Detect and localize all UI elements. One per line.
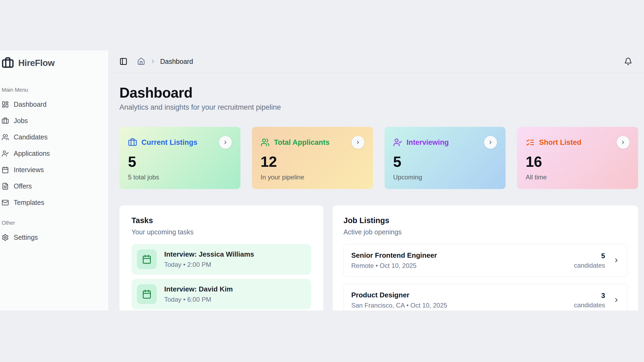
task-title: Interview: David Kim (164, 285, 233, 293)
job-candidate-count: 5 (574, 252, 605, 260)
page-title: Dashboard (119, 84, 638, 101)
calendar-icon (137, 284, 157, 304)
home-icon (137, 57, 145, 65)
brand-name: HireFlow (18, 58, 54, 68)
stat-card-header: Current Listings (128, 136, 232, 149)
panels-row: Tasks Your upcoming tasks Interview: Jes… (119, 205, 638, 311)
chevron-right-icon (620, 140, 626, 145)
stat-chevron-button[interactable] (484, 136, 497, 149)
sidebar-item-label: Dashboard (14, 101, 46, 108)
job-title: Product Designer (351, 291, 447, 299)
chevron-right-icon (613, 297, 620, 303)
stat-label: Short Listed (539, 138, 581, 147)
users-icon (261, 138, 270, 147)
app-window: HireFlow Main Menu Dashboard Jobs Candi (0, 50, 644, 311)
chevron-right-icon (613, 257, 620, 264)
list-checks-icon (526, 138, 535, 147)
gear-icon (2, 234, 9, 241)
task-row[interactable]: Interview: Jessica Williams Today • 2:00… (131, 244, 311, 275)
job-listings-subtitle: Active job openings (343, 228, 627, 236)
file-text-icon (2, 183, 9, 190)
stat-chevron-button[interactable] (617, 136, 630, 149)
notifications-button[interactable] (624, 57, 632, 65)
main-area: Dashboard Dashboard Analytics and insigh… (109, 50, 644, 311)
job-candidate-label: candidates (574, 301, 605, 309)
sidebar: HireFlow Main Menu Dashboard Jobs Candi (0, 50, 109, 311)
job-candidate-label: candidates (574, 262, 605, 269)
page-subtitle: Analytics and insights for your recruitm… (119, 103, 638, 112)
stat-card-header: Total Applicants (261, 136, 364, 149)
page-content: Dashboard Analytics and insights for you… (109, 73, 644, 311)
stat-label: Interviewing (407, 138, 449, 147)
task-list: Interview: Jessica Williams Today • 2:00… (131, 244, 311, 309)
user-check-icon (2, 150, 9, 157)
layout-dashboard-icon (2, 101, 9, 108)
chevron-right-icon (223, 140, 228, 145)
sidebar-section-label-other: Other (2, 220, 106, 226)
job-meta: Remote • Oct 10, 2025 (351, 262, 437, 269)
stat-value: 16 (526, 153, 630, 170)
stat-chevron-button[interactable] (219, 136, 232, 149)
stat-label: Total Applicants (274, 138, 330, 147)
job-text: Senior Frontend Engineer Remote • Oct 10… (351, 251, 437, 269)
briefcase-icon (2, 57, 14, 69)
stat-value: 5 (393, 153, 497, 170)
calendar-icon (137, 249, 157, 269)
sidebar-item-jobs[interactable]: Jobs (2, 113, 106, 129)
stat-card-total-applicants: Total Applicants 12 In your pipeline (252, 127, 373, 189)
stat-card-header: Interviewing (393, 136, 497, 149)
mail-icon (2, 199, 9, 206)
bell-icon (624, 57, 632, 65)
job-text: Product Designer San Francisco, CA • Oct… (351, 291, 447, 309)
sidebar-item-settings[interactable]: Settings (2, 229, 106, 246)
stat-chevron-button[interactable] (352, 136, 364, 149)
sidebar-nav-other: Settings (2, 229, 106, 246)
task-row[interactable]: Interview: David Kim Today • 6:00 PM (131, 279, 311, 309)
sidebar-item-label: Offers (14, 182, 32, 190)
user-check-icon (393, 138, 402, 147)
chevron-right-icon (488, 140, 493, 145)
briefcase-icon (128, 138, 137, 147)
sidebar-item-label: Templates (14, 199, 44, 206)
sidebar-item-label: Interviews (14, 166, 44, 174)
breadcrumb-current: Dashboard (160, 58, 193, 65)
sidebar-item-label: Candidates (14, 133, 47, 141)
task-time: Today • 6:00 PM (164, 296, 233, 303)
stat-subtext: Upcoming (393, 173, 497, 181)
sidebar-item-templates[interactable]: Templates (2, 194, 106, 211)
task-text: Interview: David Kim Today • 6:00 PM (164, 285, 233, 303)
sidebar-item-label: Settings (14, 234, 38, 241)
stat-subtext: All time (526, 173, 630, 181)
stat-label: Current Listings (141, 138, 197, 147)
sidebar-item-offers[interactable]: Offers (2, 178, 106, 194)
chevron-right-icon (355, 140, 361, 145)
sidebar-toggle-button[interactable] (119, 57, 127, 65)
job-listings-panel: Job Listings Active job openings Senior … (333, 205, 638, 311)
stat-value: 12 (261, 153, 364, 170)
job-row[interactable]: Senior Frontend Engineer Remote • Oct 10… (343, 244, 627, 277)
job-listings-title: Job Listings (343, 216, 627, 225)
sidebar-nav-main: Dashboard Jobs Candidates Applications (2, 96, 106, 211)
task-time: Today • 2:00 PM (164, 261, 254, 268)
sidebar-item-label: Applications (14, 150, 50, 157)
job-meta: San Francisco, CA • Oct 10, 2025 (351, 302, 447, 309)
job-list: Senior Frontend Engineer Remote • Oct 10… (343, 244, 627, 311)
sidebar-item-applications[interactable]: Applications (2, 145, 106, 162)
job-candidates: 3 candidates (574, 291, 605, 309)
briefcase-icon (2, 117, 9, 124)
sidebar-item-interviews[interactable]: Interviews (2, 162, 106, 178)
job-title: Senior Frontend Engineer (351, 251, 437, 260)
sidebar-item-candidates[interactable]: Candidates (2, 129, 106, 145)
stat-card-current-listings: Current Listings 5 5 total jobs (119, 127, 240, 189)
stat-card-header: Short Listed (526, 136, 630, 149)
users-icon (2, 134, 9, 141)
stat-card-interviewing: Interviewing 5 Upcoming (385, 127, 506, 189)
brand-logo: HireFlow (2, 57, 106, 69)
tasks-panel-subtitle: Your upcoming tasks (131, 228, 311, 236)
task-title: Interview: Jessica Williams (164, 250, 254, 258)
job-row[interactable]: Product Designer San Francisco, CA • Oct… (343, 284, 627, 311)
breadcrumb-home-link[interactable] (137, 57, 145, 65)
sidebar-item-dashboard[interactable]: Dashboard (2, 96, 106, 113)
calendar-icon (2, 166, 9, 173)
job-candidate-count: 3 (574, 291, 605, 300)
